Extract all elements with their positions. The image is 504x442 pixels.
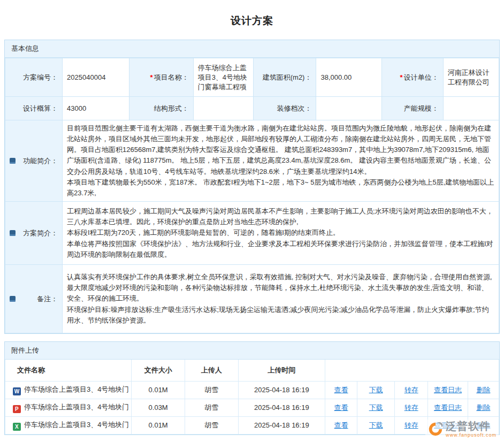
project-name-label-text: 项目名称： bbox=[154, 73, 189, 81]
view-link[interactable]: 查看 bbox=[334, 421, 348, 429]
form-row-function: 功能简介： 目前项目范围北侧主要干道有太湖路，西侧主要干道为衡水路，南侧为在建北… bbox=[5, 120, 499, 202]
plan-no-label: 方案编号： bbox=[5, 58, 63, 97]
download-cell: 下载 bbox=[357, 399, 395, 416]
decoration-grade-label-text: 装修档次： bbox=[277, 104, 311, 112]
download-cell: 下载 bbox=[357, 381, 395, 399]
design-budget-label-text: 设计概算： bbox=[23, 104, 58, 112]
capacity-scale-value bbox=[443, 97, 499, 120]
plan-intro-value: 工程周边基本居民较少，施工期间大气及噪声污染对周边居民基本不产生影响，主要影响于… bbox=[63, 202, 499, 265]
transfer-cell: 转存 bbox=[395, 399, 428, 416]
attachment-row: W停车场综合上盖项目3、4号地块门 0.01M 胡雪 2025-04-18 16… bbox=[5, 381, 499, 399]
view-log-cell: 查看日志 bbox=[428, 399, 468, 416]
field-section-icon bbox=[10, 230, 16, 236]
delete-cell: 删除 bbox=[468, 381, 499, 399]
file-name-text: 停车场综合上盖项目3、4号地块门 bbox=[24, 403, 129, 411]
building-area-label-text: 建筑面积(m2)： bbox=[263, 73, 312, 81]
fanpu-watermark: 泛普软件 www.fanpusoft.com bbox=[425, 420, 499, 439]
word-file-icon: W bbox=[13, 387, 21, 395]
page: 设计方案 基本信息 方案编号： 2025040004 *项目名称： 停车场综合上… bbox=[0, 0, 504, 435]
view-link[interactable]: 查看 bbox=[334, 386, 348, 394]
function-intro-label-text: 功能简介： bbox=[23, 157, 58, 165]
form-row-1: 方案编号： 2025040004 *项目名称： 停车场综合上盖项目3、4号地块门… bbox=[5, 58, 499, 97]
transfer-link[interactable]: 转存 bbox=[404, 386, 418, 394]
capacity-scale-label: 产能规模： bbox=[382, 97, 443, 120]
basic-info-table: 方案编号： 2025040004 *项目名称： 停车场综合上盖项目3、4号地块门… bbox=[5, 58, 499, 333]
field-section-icon bbox=[10, 158, 16, 164]
plan-intro-label-text: 方案简介： bbox=[23, 229, 58, 237]
plan-no-label-text: 方案编号： bbox=[23, 73, 58, 81]
transfer-link[interactable]: 转存 bbox=[404, 421, 418, 429]
excel-file-icon: X bbox=[13, 423, 21, 431]
file-size-header: 文件大小 bbox=[132, 360, 185, 381]
function-intro-label: 功能简介： bbox=[5, 120, 63, 202]
form-row-2: 设计概算： 43000 结构形式： 装修档次： 产能规模： bbox=[5, 97, 499, 120]
view-log-link[interactable]: 查看日志 bbox=[434, 403, 462, 411]
uploader-header: 上传人 bbox=[185, 360, 238, 381]
fanpu-logo-icon bbox=[427, 421, 444, 437]
file-name-cell: X停车场综合上盖项目3、4号地块门 bbox=[5, 416, 132, 434]
upload-time-header: 上传时间 bbox=[238, 360, 325, 381]
file-size-cell: 0.01M bbox=[132, 416, 185, 434]
function-intro-value: 目前项目范围北侧主要干道有太湖路，西侧主要干道为衡水路，南侧为在建北站站房。项目… bbox=[63, 120, 499, 202]
remark-value: 认真落实有关环境保护工作的具体要求,树立全员环保意识，采取有效措施, 控制对大气… bbox=[63, 265, 499, 333]
upload-time-cell: 2025-04-18 16:19 bbox=[238, 416, 325, 434]
structure-type-label-text: 结构形式： bbox=[154, 104, 189, 112]
capacity-scale-label-text: 产能规模： bbox=[404, 104, 439, 112]
design-budget-value: 43000 bbox=[63, 97, 129, 120]
download-link[interactable]: 下载 bbox=[369, 403, 383, 411]
attachments-section-title: 附件上传 bbox=[5, 342, 499, 360]
building-area-value: 38,000.00 bbox=[316, 58, 382, 97]
view-log-cell: 查看日志 bbox=[428, 381, 468, 399]
uploader-cell: 胡雪 bbox=[185, 381, 238, 399]
design-unit-label: *设计单位： bbox=[382, 58, 443, 97]
remark-label-text: 备注： bbox=[37, 295, 58, 303]
form-row-remark: 备注： 认真落实有关环境保护工作的具体要求,树立全员环保意识，采取有效措施, 控… bbox=[5, 265, 499, 333]
form-row-plan: 方案简介： 工程周边基本居民较少，施工期间大气及噪声污染对周边居民基本不产生影响… bbox=[5, 202, 499, 265]
attachment-row: P停车场综合上盖项目3、4号地块门 0.03M 胡雪 2025-04-18 16… bbox=[5, 399, 499, 416]
actions-header bbox=[325, 360, 499, 381]
building-area-label: 建筑面积(m2)： bbox=[254, 58, 316, 97]
required-mark: * bbox=[150, 73, 153, 81]
file-size-cell: 0.01M bbox=[132, 381, 185, 399]
watermark-brand: 泛普软件 bbox=[446, 421, 491, 431]
design-unit-value: 河南正林设计工程有限公司 bbox=[443, 58, 499, 97]
file-name-cell: W停车场综合上盖项目3、4号地块门 bbox=[5, 381, 132, 399]
delete-link[interactable]: 删除 bbox=[476, 403, 490, 411]
view-cell: 查看 bbox=[325, 381, 357, 399]
pdf-file-icon: P bbox=[13, 405, 21, 413]
file-name-cell: P停车场综合上盖项目3、4号地块门 bbox=[5, 399, 132, 416]
design-budget-label: 设计概算： bbox=[5, 97, 63, 120]
page-title: 设计方案 bbox=[4, 0, 500, 40]
download-link[interactable]: 下载 bbox=[369, 421, 383, 429]
view-link[interactable]: 查看 bbox=[334, 403, 348, 411]
download-link[interactable]: 下载 bbox=[369, 386, 383, 394]
upload-time-cell: 2025-04-18 16:19 bbox=[238, 399, 325, 416]
decoration-grade-value bbox=[316, 97, 382, 120]
attachments-header-row: 文件名称 文件大小 上传人 上传时间 bbox=[5, 360, 499, 381]
download-cell: 下载 bbox=[357, 416, 395, 434]
structure-type-value bbox=[193, 97, 254, 120]
design-unit-label-text: 设计单位： bbox=[404, 73, 439, 81]
structure-type-label: 结构形式： bbox=[129, 97, 193, 120]
file-name-text: 停车场综合上盖项目3、4号地块门 bbox=[24, 421, 129, 429]
basic-info-section-title: 基本信息 bbox=[5, 40, 499, 58]
view-cell: 查看 bbox=[325, 399, 357, 416]
upload-time-cell: 2025-04-18 16:19 bbox=[238, 381, 325, 399]
watermark-texts: 泛普软件 www.fanpusoft.com bbox=[446, 421, 497, 438]
transfer-link[interactable]: 转存 bbox=[404, 403, 418, 411]
watermark-url: www.fanpusoft.com bbox=[446, 433, 497, 438]
delete-cell: 删除 bbox=[468, 399, 499, 416]
file-name-header: 文件名称 bbox=[5, 360, 132, 381]
file-name-text: 停车场综合上盖项目3、4号地块门 bbox=[24, 385, 129, 393]
field-section-icon bbox=[10, 296, 16, 302]
file-size-cell: 0.03M bbox=[132, 399, 185, 416]
project-name-value: 停车场综合上盖项目3、4号地块门窗幕墙工程项 bbox=[193, 58, 254, 97]
basic-info-panel: 基本信息 方案编号： 2025040004 *项目名称： 停车场综合上盖项目3、… bbox=[4, 40, 500, 334]
delete-link[interactable]: 删除 bbox=[476, 386, 490, 394]
plan-no-value: 2025040004 bbox=[63, 58, 129, 97]
uploader-cell: 胡雪 bbox=[185, 416, 238, 434]
view-log-link[interactable]: 查看日志 bbox=[434, 386, 462, 394]
transfer-cell: 转存 bbox=[395, 416, 428, 434]
transfer-cell: 转存 bbox=[395, 381, 428, 399]
plan-intro-label: 方案简介： bbox=[5, 202, 63, 265]
